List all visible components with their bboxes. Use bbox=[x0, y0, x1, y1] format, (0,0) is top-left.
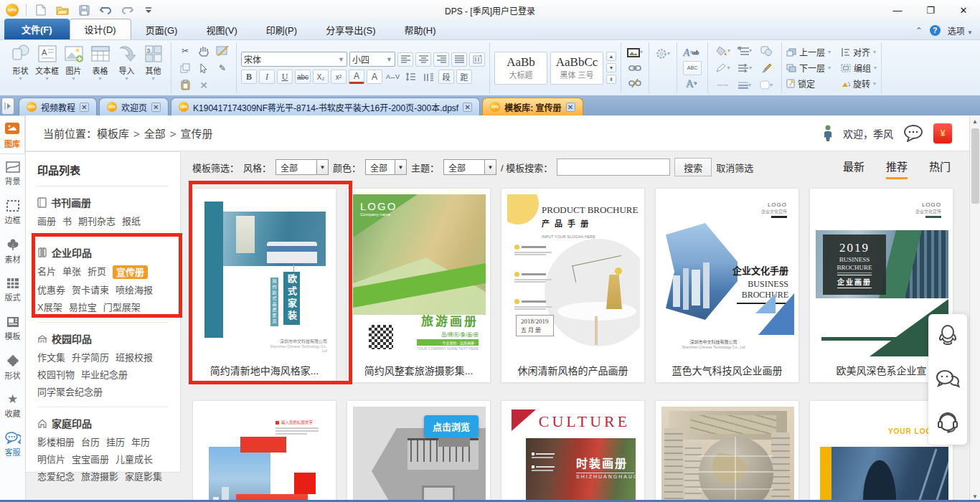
select-cursor-button[interactable] bbox=[196, 61, 212, 75]
help-icon[interactable]: ? bbox=[930, 25, 941, 36]
breadcrumb-all[interactable]: 全部 bbox=[144, 128, 166, 140]
fill-color-button[interactable]: ▾ bbox=[715, 44, 731, 58]
delete-button[interactable]: ✕ bbox=[196, 78, 212, 93]
template-card[interactable]: 点击浏览 bbox=[347, 400, 491, 502]
image-frame-button[interactable]: ▾ bbox=[627, 45, 643, 60]
close-icon[interactable]: ✕ bbox=[566, 103, 575, 112]
lock-button[interactable]: 锁定 bbox=[786, 77, 831, 90]
menu-tab-page[interactable]: 页面(G) bbox=[131, 20, 192, 39]
template-card[interactable]: 输入您的标题文字 企业画册 bbox=[192, 400, 336, 502]
remove-link-button[interactable] bbox=[627, 76, 643, 90]
strikethrough-button[interactable]: abc bbox=[295, 70, 311, 84]
paragraph-button[interactable]: 段 bbox=[438, 70, 454, 84]
rail-item-material[interactable]: 素材 bbox=[0, 232, 25, 270]
cut-button[interactable]: ✂ bbox=[177, 44, 193, 58]
spacing-button[interactable]: 距 bbox=[456, 70, 472, 84]
color-filter-select[interactable]: 全部▼ bbox=[365, 159, 407, 175]
cancel-filter-link[interactable]: 取消筛选 bbox=[716, 161, 753, 174]
rail-item-gallery[interactable]: 图库 bbox=[0, 115, 25, 154]
category-link[interactable]: X展架 bbox=[37, 301, 62, 313]
options-menu[interactable]: 选项 ▼ bbox=[948, 24, 973, 37]
align-left-button[interactable] bbox=[397, 52, 413, 67]
quick-access-customize-icon[interactable] bbox=[141, 4, 156, 16]
copy-button[interactable] bbox=[177, 61, 193, 75]
rail-item-favorites[interactable]: ★ 收藏 bbox=[0, 387, 25, 425]
align-center-button[interactable] bbox=[415, 52, 431, 67]
close-icon[interactable]: ✕ bbox=[463, 103, 472, 112]
menu-tab-print[interactable]: 印刷(P) bbox=[252, 20, 311, 39]
align-objects-button[interactable]: 对齐▾ bbox=[841, 46, 877, 58]
insert-textbox-button[interactable]: A 文本框▾ bbox=[34, 44, 60, 92]
category-link[interactable]: 书 bbox=[62, 215, 72, 227]
highlight-color-button[interactable]: A bbox=[367, 70, 382, 84]
dash-style-button[interactable]: ╌╌ bbox=[715, 78, 731, 93]
sort-hot[interactable]: 热门 bbox=[929, 158, 951, 179]
theme-filter-select[interactable]: 全部▼ bbox=[443, 159, 496, 175]
template-thumbnail[interactable]: LOGO Company name 旅游画册 品/牌/形/象/画/册 · 专业旅… bbox=[353, 194, 486, 356]
hyperlink-button[interactable] bbox=[627, 61, 643, 75]
spell-check-button[interactable]: ABC bbox=[683, 61, 702, 75]
rail-item-shape[interactable]: 形状 bbox=[0, 348, 25, 387]
template-thumbnail[interactable]: 点击浏览 bbox=[353, 407, 486, 502]
open-folder-icon[interactable] bbox=[55, 4, 70, 16]
insert-shape-button[interactable]: 形状▾ bbox=[7, 44, 34, 92]
doc-tab-template-library[interactable]: DPS 模板库: 宣传册 ✕ bbox=[482, 98, 583, 115]
minimize-button[interactable]: — bbox=[881, 0, 914, 20]
insert-image-button[interactable]: 图片▾ bbox=[60, 44, 87, 92]
search-button[interactable]: 搜索 bbox=[674, 158, 712, 176]
italic-button[interactable]: I bbox=[259, 70, 275, 84]
category-link[interactable]: 画册 bbox=[37, 215, 56, 227]
format-pen-button[interactable]: ✎ bbox=[215, 61, 230, 75]
corner-round-button[interactable]: ▾ bbox=[758, 78, 774, 93]
insert-other-button[interactable]: 5 其他▾ bbox=[140, 44, 166, 92]
import-button[interactable]: 导入▾ bbox=[113, 44, 140, 92]
category-link[interactable]: 期刊杂志 bbox=[78, 215, 116, 227]
template-card[interactable]: PRODUCT BROCHURE 产 品 手 册 · · · · · · INP… bbox=[501, 188, 645, 383]
sort-recommended[interactable]: 推荐 bbox=[886, 158, 908, 179]
category-link[interactable]: 贺卡请柬 bbox=[72, 284, 109, 296]
text-style-heading[interactable]: AaBb 大标题 bbox=[494, 52, 547, 85]
align-right-button[interactable] bbox=[433, 52, 449, 67]
wechat-icon[interactable] bbox=[936, 369, 960, 391]
category-link[interactable]: 台历 bbox=[81, 436, 100, 448]
category-link[interactable]: 挂历 bbox=[106, 436, 125, 448]
shape-combine-button[interactable] bbox=[758, 44, 774, 58]
category-link[interactable]: 宝宝画册 bbox=[72, 453, 109, 465]
template-thumbnail[interactable]: 输入您的标题文字 企业画册 bbox=[199, 407, 331, 502]
rail-item-background[interactable]: 背景 bbox=[0, 154, 25, 193]
panel-expand-icon[interactable] bbox=[1, 98, 14, 115]
category-link[interactable]: 校园刊物 bbox=[37, 369, 75, 381]
redo-icon[interactable] bbox=[120, 4, 134, 16]
bold-button[interactable]: B bbox=[241, 70, 257, 84]
distribute-arrows-button[interactable]: ▾ bbox=[737, 61, 753, 75]
char-spacing-button[interactable]: A↔V bbox=[385, 70, 400, 84]
style-filter-select[interactable]: 全部▼ bbox=[275, 159, 329, 175]
category-link-active[interactable]: 宣传册 bbox=[113, 265, 148, 279]
rail-item-layout[interactable]: 版式 bbox=[0, 270, 25, 309]
arrow-style-button[interactable]: ▾ bbox=[737, 44, 753, 58]
format-brush-button[interactable] bbox=[758, 61, 774, 75]
template-thumbnail[interactable]: LOGO 企业文化宣传 企业文化手册 BUSINESS BROCHURE 深圳市… bbox=[661, 194, 794, 356]
close-button[interactable]: ✕ bbox=[947, 0, 980, 20]
line-spacing-button[interactable] bbox=[402, 70, 418, 84]
close-icon[interactable]: ✕ bbox=[151, 103, 161, 112]
menu-tab-share-export[interactable]: 分享导出(S) bbox=[311, 20, 390, 39]
category-link[interactable]: 同学聚会纪念册 bbox=[37, 386, 103, 398]
category-link[interactable]: 毕业纪念册 bbox=[81, 369, 128, 381]
template-thumbnail[interactable]: 欧式家装 简约欧式品质家具 深圳市中文科技有限公司 Shenzhen Chine… bbox=[199, 194, 331, 356]
category-link[interactable]: 易拉宝 bbox=[69, 301, 97, 313]
outline-pen-button[interactable]: ▾ bbox=[715, 61, 731, 75]
template-card[interactable]: 欧式家装 简约欧式品质家具 深圳市中文科技有限公司 Shenzhen Chine… bbox=[192, 188, 336, 383]
category-link[interactable]: 优惠券 bbox=[37, 284, 65, 296]
red-packet-icon[interactable]: ¥ bbox=[933, 123, 952, 143]
category-link[interactable]: 恋爱纪念 bbox=[37, 470, 75, 483]
rotate-button[interactable]: 旋转▾ bbox=[841, 77, 877, 90]
superscript-button[interactable]: x² bbox=[331, 70, 347, 84]
menu-tab-help[interactable]: 帮助(H) bbox=[390, 20, 450, 39]
category-link[interactable]: 班报校报 bbox=[116, 351, 153, 364]
font-size-select[interactable]: 小四▼ bbox=[349, 52, 395, 67]
category-link[interactable]: 报纸 bbox=[122, 215, 141, 227]
bring-forward-button[interactable]: 上一层▾ bbox=[786, 46, 831, 58]
template-card[interactable]: LOGO Company name 旅游画册 品/牌/形/象/画/册 · 专业旅… bbox=[347, 188, 491, 383]
category-link[interactable]: 单张 bbox=[62, 265, 81, 279]
